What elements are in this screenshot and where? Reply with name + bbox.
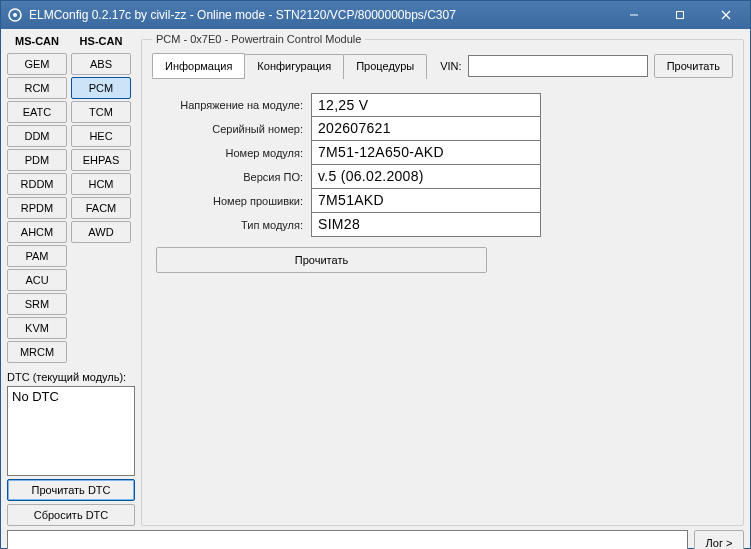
- hs-can-list: ABSPCMTCMHECEHPASHCMFACMAWD: [71, 53, 131, 243]
- module-hcm-button[interactable]: HCM: [71, 173, 131, 195]
- module-group: PCM - 0x7E0 - Powertrain Control Module …: [141, 33, 744, 526]
- svg-rect-3: [676, 12, 683, 19]
- module-tcm-button[interactable]: TCM: [71, 101, 131, 123]
- module-abs-button[interactable]: ABS: [71, 53, 131, 75]
- maximize-button[interactable]: [657, 1, 702, 29]
- info-label-2: Номер модуля:: [156, 143, 311, 163]
- read-info-button[interactable]: Прочитать: [156, 247, 487, 273]
- ms-can-list: GEMRCMEATCDDMPDMRDDMRPDMAHCMPAMACUSRMKVM…: [7, 53, 67, 363]
- ms-can-header: MS-CAN: [7, 33, 67, 51]
- info-value-3: v.5 (06.02.2008): [311, 165, 541, 189]
- module-rddm-button[interactable]: RDDM: [7, 173, 67, 195]
- module-pdm-button[interactable]: PDM: [7, 149, 67, 171]
- hs-can-header: HS-CAN: [71, 33, 131, 51]
- module-ehpas-button[interactable]: EHPAS: [71, 149, 131, 171]
- module-facm-button[interactable]: FACM: [71, 197, 131, 219]
- info-value-4: 7M51AKD: [311, 189, 541, 213]
- vin-input[interactable]: [468, 55, 648, 77]
- info-label-4: Номер прошивки:: [156, 191, 311, 211]
- log-toggle-button[interactable]: Лог >: [694, 530, 744, 549]
- minimize-button[interactable]: [611, 1, 656, 29]
- module-acu-button[interactable]: ACU: [7, 269, 67, 291]
- info-label-1: Серийный номер:: [156, 119, 311, 139]
- app-icon: [7, 7, 23, 23]
- module-ahcm-button[interactable]: AHCM: [7, 221, 67, 243]
- module-ddm-button[interactable]: DDM: [7, 125, 67, 147]
- reset-dtc-button[interactable]: Сбросить DTC: [7, 504, 135, 526]
- info-value-5: SIM28: [311, 213, 541, 237]
- module-eatc-button[interactable]: EATC: [7, 101, 67, 123]
- close-button[interactable]: [703, 1, 748, 29]
- info-panel: Напряжение на модуле:12,25 VСерийный ном…: [152, 87, 733, 273]
- module-mrcm-button[interactable]: MRCM: [7, 341, 67, 363]
- module-rpdm-button[interactable]: RPDM: [7, 197, 67, 219]
- tabs: ИнформацияКонфигурацияПроцедуры: [152, 53, 426, 79]
- client-area: MS-CAN GEMRCMEATCDDMPDMRDDMRPDMAHCMPAMAC…: [1, 29, 750, 549]
- info-label-5: Тип модуля:: [156, 215, 311, 235]
- info-grid: Напряжение на модуле:12,25 VСерийный ном…: [156, 93, 733, 237]
- module-columns: MS-CAN GEMRCMEATCDDMPDMRDDMRPDMAHCMPAMAC…: [7, 33, 135, 363]
- info-value-1: 202607621: [311, 117, 541, 141]
- log-field[interactable]: [7, 530, 688, 549]
- hs-can-column: HS-CAN ABSPCMTCMHECEHPASHCMFACMAWD: [71, 33, 131, 363]
- tab-1[interactable]: Конфигурация: [244, 54, 344, 79]
- tab-0[interactable]: Информация: [152, 53, 245, 78]
- tab-row: ИнформацияКонфигурацияПроцедуры VIN: Про…: [152, 53, 733, 79]
- window-title: ELMConfig 0.2.17c by civil-zz - Online m…: [29, 8, 611, 22]
- module-pam-button[interactable]: PAM: [7, 245, 67, 267]
- info-value-0: 12,25 V: [311, 93, 541, 117]
- module-gem-button[interactable]: GEM: [7, 53, 67, 75]
- module-kvm-button[interactable]: KVM: [7, 317, 67, 339]
- upper-area: MS-CAN GEMRCMEATCDDMPDMRDDMRPDMAHCMPAMAC…: [7, 33, 744, 526]
- read-dtc-button[interactable]: Прочитать DTC: [7, 479, 135, 501]
- ms-can-column: MS-CAN GEMRCMEATCDDMPDMRDDMRPDMAHCMPAMAC…: [7, 33, 67, 363]
- group-legend: PCM - 0x7E0 - Powertrain Control Module: [152, 33, 365, 45]
- module-hec-button[interactable]: HEC: [71, 125, 131, 147]
- module-srm-button[interactable]: SRM: [7, 293, 67, 315]
- info-label-0: Напряжение на модуле:: [156, 95, 311, 115]
- bottom-row: Лог >: [7, 530, 744, 549]
- dtc-area: DTC (текущий модуль): No DTC Прочитать D…: [7, 367, 135, 526]
- tab-2[interactable]: Процедуры: [343, 54, 427, 79]
- module-rcm-button[interactable]: RCM: [7, 77, 67, 99]
- module-awd-button[interactable]: AWD: [71, 221, 131, 243]
- dtc-output[interactable]: No DTC: [7, 386, 135, 476]
- titlebar: ELMConfig 0.2.17c by civil-zz - Online m…: [1, 1, 750, 29]
- module-panel: MS-CAN GEMRCMEATCDDMPDMRDDMRPDMAHCMPAMAC…: [7, 33, 135, 526]
- info-value-2: 7M51-12A650-AKD: [311, 141, 541, 165]
- window-controls: [611, 1, 748, 29]
- svg-point-1: [13, 13, 17, 17]
- info-label-3: Версия ПО:: [156, 167, 311, 187]
- dtc-label: DTC (текущий модуль):: [7, 367, 135, 383]
- module-pcm-button[interactable]: PCM: [71, 77, 131, 99]
- vin-label: VIN:: [440, 60, 461, 72]
- read-vin-button[interactable]: Прочитать: [654, 54, 733, 78]
- app-window: ELMConfig 0.2.17c by civil-zz - Online m…: [0, 0, 751, 549]
